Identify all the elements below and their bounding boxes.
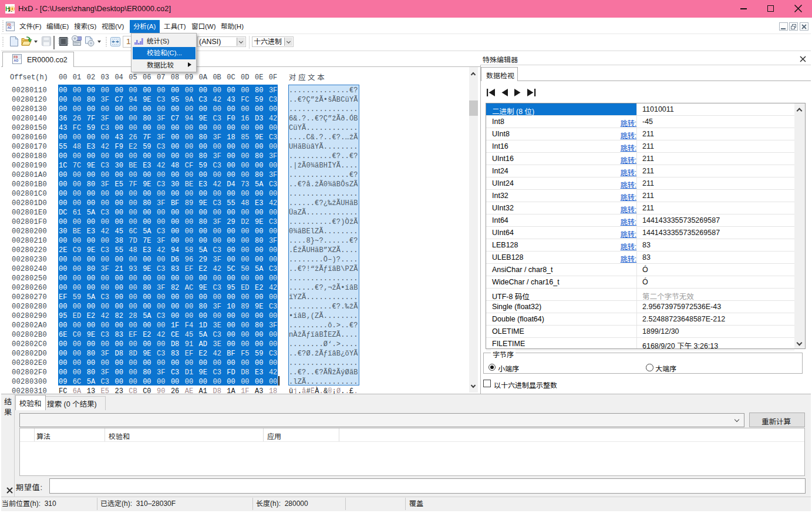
svg-text:AO: AO xyxy=(7,26,11,29)
svg-text:AO: AO xyxy=(14,59,19,62)
svg-text:D: D xyxy=(11,6,15,12)
